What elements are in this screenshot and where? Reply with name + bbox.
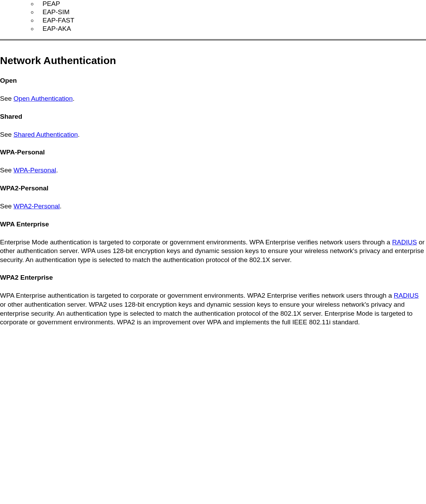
text: or other authentication server. WPA2 use…	[0, 301, 413, 326]
list-item: EAP-AKA	[37, 25, 426, 33]
list-item: PEAP	[37, 0, 426, 8]
text: See	[0, 202, 13, 210]
paragraph-wpa-enterprise: Enterprise Mode authentication is target…	[0, 238, 426, 264]
link-radius[interactable]: RADIUS	[394, 292, 419, 299]
text: Enterprise Mode authentication is target…	[0, 238, 392, 246]
section-heading-network-authentication: Network Authentication	[0, 55, 426, 66]
link-radius[interactable]: RADIUS	[392, 238, 417, 246]
text: .	[60, 202, 62, 210]
list-item: EAP-FAST	[37, 17, 426, 24]
paragraph-wpa2-enterprise: WPA Enterprise authentication is targete…	[0, 291, 426, 327]
subheading-wpa2-personal: WPA2-Personal	[0, 184, 426, 192]
paragraph-shared: See Shared Authentication.	[0, 130, 426, 139]
text: .	[73, 95, 74, 102]
list-item: EAP-SIM	[37, 8, 426, 16]
text: See	[0, 95, 13, 102]
link-wpa2-personal[interactable]: WPA2-Personal	[13, 202, 60, 210]
subheading-wpa-enterprise: WPA Enterprise	[0, 220, 426, 228]
text: WPA Enterprise authentication is targete…	[0, 292, 394, 299]
link-shared-authentication[interactable]: Shared Authentication	[13, 131, 78, 138]
text: See	[0, 166, 13, 174]
subheading-wpa2-enterprise: WPA2 Enterprise	[0, 274, 426, 281]
paragraph-open: See Open Authentication.	[0, 94, 426, 103]
link-wpa-personal[interactable]: WPA-Personal	[13, 166, 56, 174]
subheading-wpa-personal: WPA-Personal	[0, 148, 426, 156]
link-open-authentication[interactable]: Open Authentication	[13, 95, 73, 102]
text: .	[78, 131, 80, 138]
text: .	[56, 166, 58, 174]
paragraph-wpa-personal: See WPA-Personal.	[0, 166, 426, 175]
text: See	[0, 131, 13, 138]
eap-sublist: PEAP EAP-SIM EAP-FAST EAP-AKA	[0, 0, 426, 33]
paragraph-wpa2-personal: See WPA2-Personal.	[0, 202, 426, 211]
subheading-shared: Shared	[0, 113, 426, 120]
divider	[0, 39, 426, 41]
subheading-open: Open	[0, 77, 426, 84]
